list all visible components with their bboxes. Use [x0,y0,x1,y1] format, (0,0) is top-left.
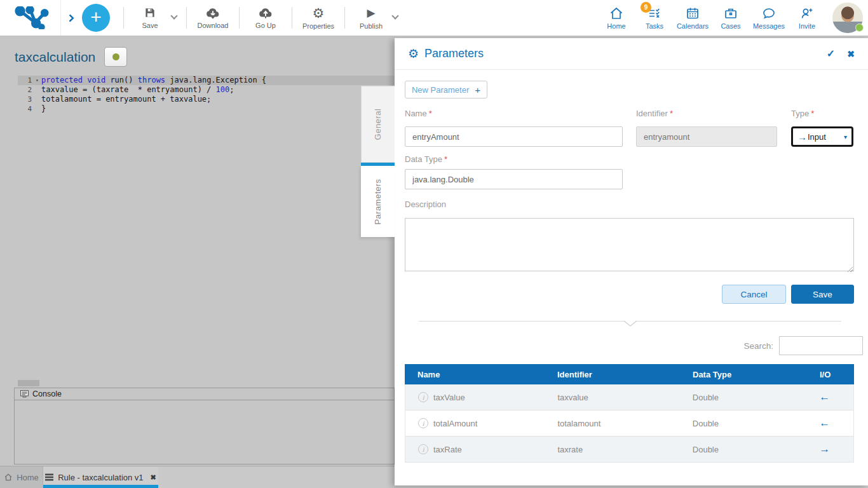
info-icon[interactable]: i [418,392,428,402]
console-header[interactable]: Console [15,388,394,400]
code-text: } [41,104,46,114]
plus-icon: + [475,85,480,95]
tab-rule-taxcalculation[interactable]: Rule - taxcalculation v1 ✖ [43,466,158,488]
new-parameter-button[interactable]: New Parameter + [405,81,487,98]
nav-invite[interactable]: Invite [788,6,826,30]
required-mark: * [811,109,814,118]
flowable-logo-icon [12,6,49,29]
gear-icon: ⚙ [408,48,419,60]
description-label: Description [405,200,854,209]
tab-general[interactable]: General [361,86,395,163]
code-text: protected void run() throws java.lang.Ex… [41,76,266,85]
toolbar-divider [344,7,345,29]
editor-hscrollbar[interactable] [18,380,39,386]
app-logo[interactable] [0,0,61,36]
parameters-table-header: NameIdentifierData TypeI/O [405,364,854,384]
home-icon [609,6,624,21]
column-header[interactable]: Name [405,370,545,379]
close-panel-icon[interactable]: ✖ [847,49,855,59]
page-title: taxcalculation [15,50,95,65]
type-select[interactable]: → Input ▾ [791,126,853,147]
data-type-label: Data Type* [405,154,854,164]
table-row[interactable]: itotalAmounttotalamountDouble← [405,410,853,437]
close-tab-icon[interactable]: ✖ [151,473,156,482]
required-mark: * [429,109,432,118]
user-avatar[interactable] [832,3,863,33]
fold-arrow-icon [33,95,41,104]
download-icon [205,6,220,19]
properties-button[interactable]: ⚙ Properties [298,0,339,36]
code-line[interactable]: 1▾protected void run() throws java.lang.… [18,76,395,85]
download-button[interactable]: Download [193,0,233,36]
param-identifier-cell: taxvalue [545,393,679,402]
identifier-label: Identifier* [636,109,777,118]
panel-body: New Parameter + Name* Identifier* Type* … [395,70,868,463]
nav-calendars[interactable]: Calendars [674,6,712,30]
calendar-icon [685,6,700,21]
code-lines: 1▾protected void run() throws java.lang.… [18,76,395,114]
io-input-arrow-icon: → [819,443,830,455]
code-text: totalamount = entryamount + taxvalue; [41,95,211,104]
publish-dropdown-icon[interactable] [391,12,398,19]
param-name-cell: itaxValue [405,392,545,402]
rule-rows-icon [45,473,53,481]
code-line[interactable]: 2taxvalue = (taxrate * entryamount) / 10… [18,85,395,95]
column-header[interactable]: I/O [818,370,854,379]
type-value: Input [808,132,826,142]
io-output-arrow-icon: ← [819,391,830,403]
name-field[interactable] [405,126,623,147]
column-header[interactable]: Identifier [545,370,680,379]
column-header[interactable]: Data Type [680,370,818,379]
toolbar-divider [239,7,240,29]
description-field[interactable] [405,218,854,271]
search-input[interactable] [779,336,863,355]
panel-header: ⚙ Parameters ✓ ✖ [395,38,868,70]
form-actions: Cancel Save [405,285,854,304]
properties-label: Properties [302,22,334,30]
code-line[interactable]: 4} [18,104,395,114]
table-row[interactable]: itaxValuetaxvalueDouble← [405,384,853,410]
nav-messages[interactable]: Messages [750,6,788,30]
code-line[interactable]: 3totalamount = entryamount + taxvalue; [18,95,395,104]
nav-home[interactable]: Home [597,6,635,30]
cancel-button[interactable]: Cancel [722,285,786,304]
type-label: Type* [791,109,853,118]
go-up-icon [258,6,273,19]
data-type-field[interactable] [405,169,623,189]
fold-arrow-icon[interactable]: ▾ [33,76,41,85]
toolbar-divider [186,7,187,29]
save-button[interactable]: Save [130,0,170,36]
go-up-label: Go Up [255,22,276,29]
fold-arrow-icon [33,85,41,95]
line-number: 2 [18,85,33,95]
go-up-button[interactable]: Go Up [245,0,286,36]
table-row[interactable]: itaxRatetaxrateDouble→ [405,437,853,463]
publish-button[interactable]: ▶ Publish [351,0,391,36]
nav-cases[interactable]: Cases [712,6,750,30]
identifier-field [636,126,777,147]
save-button[interactable]: Save [791,285,854,304]
apply-icon[interactable]: ✓ [827,48,835,60]
param-identifier-cell: totalamount [545,419,679,428]
code-editor[interactable]: 1▾protected void run() throws java.lang.… [18,76,395,114]
save-dropdown-icon[interactable] [170,12,177,19]
new-parameter-label: New Parameter [412,85,469,95]
validation-status-button[interactable] [104,47,127,67]
expand-menu-icon[interactable] [66,14,74,22]
required-mark: * [670,109,673,118]
tab-home[interactable]: Home [0,466,43,488]
chevron-down-icon: ▾ [844,133,847,140]
info-icon[interactable]: i [418,444,428,454]
required-mark: * [444,154,447,164]
info-icon[interactable]: i [418,418,428,428]
code-text: taxvalue = (taxrate * entryamount) / 100… [41,85,234,95]
tab-parameters[interactable]: Parameters [361,166,395,237]
nav-tasks-label: Tasks [646,22,663,30]
add-button[interactable]: + [82,4,110,32]
nav-tasks[interactable]: 9 Tasks [635,6,674,30]
tab-general-label: General [374,109,383,140]
collapse-divider[interactable] [419,320,841,328]
form-input-row: → Input ▾ [405,126,854,147]
search-label: Search: [743,341,773,351]
console-icon [20,390,29,398]
